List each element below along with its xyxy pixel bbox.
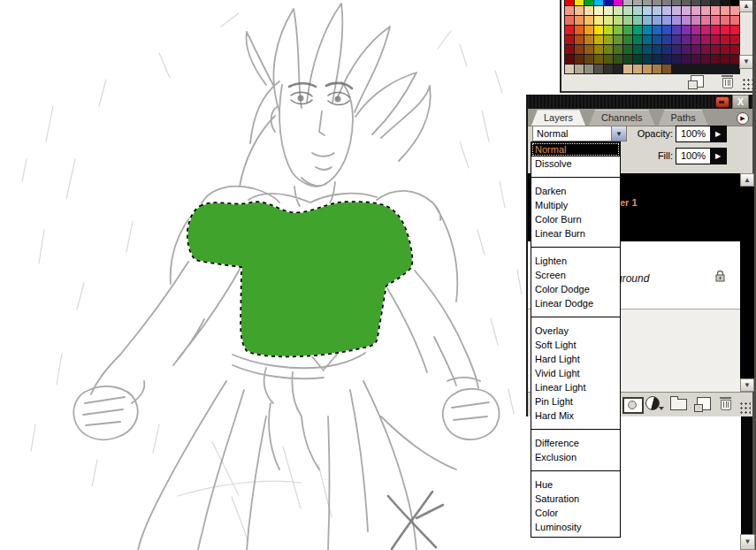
color-swatch[interactable] [721,35,729,44]
color-swatch[interactable] [614,0,622,5]
blend-mode-option-difference[interactable]: Difference [531,436,620,450]
color-swatch[interactable] [653,55,661,64]
opacity-value[interactable]: 100% [676,126,710,141]
color-swatch[interactable] [662,35,671,44]
minimize-button[interactable] [715,96,729,108]
color-swatch[interactable] [594,35,603,44]
color-swatch[interactable] [701,26,710,34]
color-swatch[interactable] [604,45,613,54]
color-swatch[interactable] [711,35,720,44]
blend-mode-option-saturation[interactable]: Saturation [531,492,620,506]
color-swatch[interactable] [672,55,681,64]
color-swatch[interactable] [701,45,710,54]
color-swatch[interactable] [643,26,652,34]
color-swatch[interactable] [662,55,671,64]
color-swatch[interactable] [701,35,710,44]
color-swatch[interactable] [633,65,642,73]
color-swatch[interactable] [604,35,613,44]
combo-dropdown-button[interactable]: ▼ [611,126,626,141]
color-swatch[interactable] [604,16,613,25]
color-swatch[interactable] [565,55,574,64]
color-swatch[interactable] [594,26,603,34]
color-swatch[interactable] [711,6,720,15]
color-swatch[interactable] [584,26,593,34]
color-swatch[interactable] [604,55,613,64]
color-swatch[interactable] [594,0,603,5]
color-swatch[interactable] [711,26,720,34]
color-swatch[interactable] [575,0,584,5]
blend-mode-option-color-dodge[interactable]: Color Dodge [531,282,620,296]
blend-mode-option-pin-light[interactable]: Pin Light [531,394,620,409]
color-swatch[interactable] [643,0,652,5]
color-swatch[interactable] [672,16,681,25]
blend-mode-option-hard-mix[interactable]: Hard Mix [531,409,620,423]
delete-layer-trash-icon[interactable] [720,396,731,409]
blend-mode-option-color[interactable]: Color [531,506,620,520]
fill-value[interactable]: 100% [676,149,710,164]
color-swatch[interactable] [662,16,671,25]
color-swatch[interactable] [565,0,574,5]
blend-mode-option-hard-light[interactable]: Hard Light [531,352,620,366]
color-swatch[interactable] [701,16,710,25]
color-swatch[interactable] [682,45,691,54]
palette-menu-button[interactable]: ▶ [737,112,749,125]
color-swatch[interactable] [604,0,613,5]
color-swatch[interactable] [643,65,652,73]
color-swatch[interactable] [614,16,622,25]
blend-mode-option-normal[interactable]: Normal [531,142,620,157]
color-swatch[interactable] [730,55,739,64]
color-swatch[interactable] [575,26,584,34]
blend-mode-option-color-burn[interactable]: Color Burn [531,212,620,226]
color-swatch[interactable] [623,55,632,64]
layer-name[interactable]: er 1 [620,197,638,208]
color-swatch[interactable] [614,26,622,34]
color-swatch[interactable] [721,55,729,64]
color-swatch[interactable] [575,35,584,44]
color-swatch[interactable] [623,65,632,73]
color-swatch[interactable] [730,0,739,5]
scroll-up-button[interactable]: ▲ [740,173,754,187]
blend-mode-option-linear-dodge[interactable]: Linear Dodge [531,296,620,310]
color-swatch[interactable] [691,0,700,5]
color-swatch[interactable] [623,45,632,54]
color-swatch[interactable] [623,0,632,5]
color-swatch[interactable] [653,26,661,34]
layers-scrollbar[interactable]: ▲ ▼ [740,173,754,392]
color-swatch[interactable] [682,16,691,25]
color-swatch[interactable] [730,16,739,25]
palette-resize-grip[interactable] [741,77,753,89]
color-swatch[interactable] [643,6,652,15]
color-swatch[interactable] [682,55,691,64]
color-swatch[interactable] [682,6,691,15]
color-swatch[interactable] [691,6,700,15]
color-swatch[interactable] [565,65,574,73]
blend-mode-option-vivid-light[interactable]: Vivid Light [531,366,620,380]
color-swatch[interactable] [653,0,661,5]
opacity-slider-button[interactable]: ▶ [710,126,726,141]
color-swatch[interactable] [575,6,584,15]
color-swatch[interactable] [711,0,720,5]
color-swatch[interactable] [721,0,729,5]
color-swatch[interactable] [643,55,652,64]
color-swatch[interactable] [633,45,642,54]
swatch-grid[interactable] [564,0,740,74]
document-scroll-down-button[interactable]: ▼ [740,534,755,550]
color-swatch[interactable] [623,26,632,34]
color-swatch[interactable] [691,16,700,25]
color-swatch[interactable] [623,16,632,25]
color-swatch[interactable] [633,35,642,44]
color-swatch[interactable] [721,6,729,15]
add-layer-mask-icon[interactable] [622,397,644,414]
color-swatch[interactable] [614,55,622,64]
blend-mode-option-soft-light[interactable]: Soft Light [531,338,620,352]
color-swatch[interactable] [643,45,652,54]
color-swatch[interactable] [575,45,584,54]
color-swatch[interactable] [711,16,720,25]
color-swatch[interactable] [672,45,681,54]
color-swatch[interactable] [643,35,652,44]
scroll-down-button[interactable]: ▼ [739,55,753,69]
color-swatch[interactable] [604,26,613,34]
color-swatch[interactable] [691,55,700,64]
color-swatch[interactable] [633,55,642,64]
color-swatch[interactable] [614,35,622,44]
